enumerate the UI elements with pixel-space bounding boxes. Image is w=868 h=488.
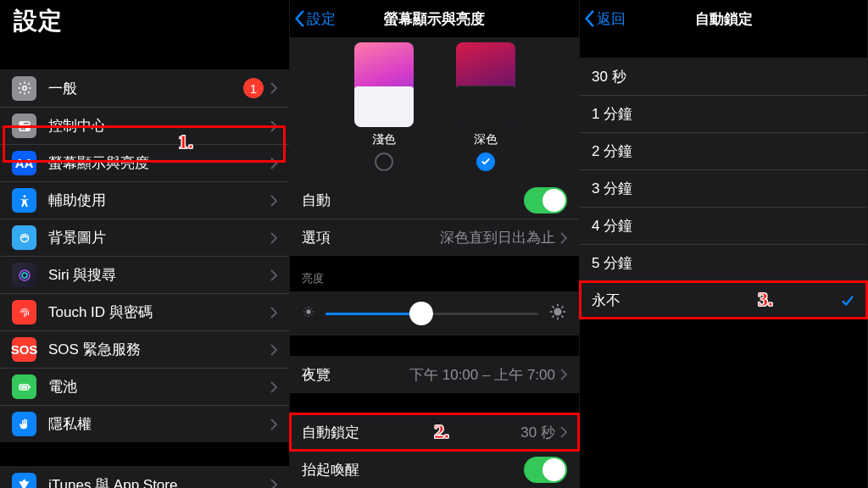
- row-general[interactable]: 一般 1: [0, 69, 289, 107]
- row-label: 背景圖片: [48, 228, 270, 247]
- svg-line-23: [311, 308, 312, 309]
- row-night-shift[interactable]: 夜覽 下午 10:00 – 上午 7:00: [290, 356, 579, 393]
- row-automatic[interactable]: 自動: [290, 181, 579, 219]
- theme-preview-dark: [456, 42, 515, 127]
- appearance-option-dark[interactable]: 深色: [456, 42, 515, 171]
- settings-group-2: iTunes 與 App Store 錢包與 Apple Pay: [0, 466, 289, 488]
- option-4min[interactable]: 4 分鐘: [580, 207, 867, 244]
- option-2min[interactable]: 2 分鐘: [580, 132, 867, 169]
- option-1min[interactable]: 1 分鐘: [580, 95, 867, 132]
- row-raise-to-wake[interactable]: 抬起喚醒: [290, 451, 579, 488]
- option-30s[interactable]: 30 秒: [580, 58, 867, 95]
- radio-unchecked-icon: [375, 152, 393, 171]
- sun-small-icon: [302, 305, 315, 322]
- svg-line-20: [305, 308, 306, 309]
- section-header-brightness: 亮度: [290, 256, 579, 291]
- brightness-slider-row: [290, 291, 579, 336]
- chevron-right-icon: [270, 82, 277, 94]
- row-control-center[interactable]: 控制中心: [0, 107, 289, 144]
- chevron-right-icon: [270, 381, 277, 393]
- row-sos[interactable]: SOS SOS 緊急服務: [0, 330, 289, 368]
- svg-line-22: [305, 314, 306, 315]
- gear-icon: [12, 76, 36, 101]
- row-label: SOS 緊急服務: [48, 340, 270, 359]
- sos-icon: SOS: [12, 337, 36, 362]
- row-privacy[interactable]: 隱私權: [0, 405, 289, 442]
- row-label: 輔助使用: [48, 191, 270, 210]
- accessibility-icon: [12, 188, 36, 213]
- row-auto-lock[interactable]: 自動鎖定 30 秒: [290, 413, 579, 451]
- option-label: 4 分鐘: [592, 216, 855, 236]
- settings-group-1: 一般 1 控制中心 AA 螢幕顯示與亮度 輔助使用: [0, 69, 289, 442]
- option-never[interactable]: 永不: [580, 281, 867, 319]
- back-button[interactable]: 返回: [583, 0, 626, 37]
- header-bar: 設定 螢幕顯示與亮度: [290, 0, 579, 37]
- option-label: 永不: [592, 291, 840, 310]
- chevron-right-icon: [270, 479, 277, 488]
- page-title: 設定: [0, 0, 289, 53]
- auto-appearance-group: 自動 選項 深色直到日出為止: [290, 181, 579, 256]
- toggle-on-icon[interactable]: [524, 457, 567, 483]
- row-battery[interactable]: 電池: [0, 368, 289, 405]
- option-label: 1 分鐘: [592, 104, 855, 124]
- brightness-slider[interactable]: [326, 302, 538, 325]
- svg-point-4: [25, 128, 27, 130]
- option-label: 3 分鐘: [592, 179, 855, 198]
- back-label: 返回: [597, 9, 626, 29]
- row-touchid[interactable]: Touch ID 與密碼: [0, 293, 289, 330]
- row-siri[interactable]: Siri 與搜尋: [0, 256, 289, 293]
- svg-line-32: [562, 306, 564, 308]
- row-display-brightness[interactable]: AA 螢幕顯示與亮度: [0, 144, 289, 181]
- svg-point-3: [20, 122, 22, 124]
- auto-lock-group: 自動鎖定 30 秒 抬起喚醒: [290, 413, 579, 488]
- theme-label: 深色: [474, 132, 498, 147]
- header-title: 螢幕顯示與亮度: [384, 9, 485, 29]
- row-label: 夜覽: [302, 365, 409, 385]
- option-3min[interactable]: 3 分鐘: [580, 169, 867, 207]
- auto-lock-options: 30 秒 1 分鐘 2 分鐘 3 分鐘 4 分鐘 5 分鐘 永不: [580, 58, 867, 319]
- settings-root-panel: 設定 一般 1 控制中心 AA 螢幕顯示與亮度: [0, 0, 290, 488]
- back-button[interactable]: 設定: [293, 0, 336, 37]
- chevron-right-icon: [560, 369, 567, 380]
- switches-icon: [12, 114, 36, 138]
- svg-point-7: [19, 270, 30, 280]
- notification-badge: 1: [243, 78, 264, 98]
- svg-point-0: [22, 86, 26, 91]
- display-brightness-panel: 設定 螢幕顯示與亮度 淺色 深色 自動: [290, 0, 580, 488]
- row-label: 螢幕顯示與亮度: [48, 153, 270, 173]
- row-label: 自動鎖定: [302, 423, 520, 442]
- chevron-right-icon: [270, 307, 277, 319]
- checkmark-icon: [840, 293, 855, 308]
- row-label: 控制中心: [48, 116, 270, 136]
- row-options[interactable]: 選項 深色直到日出為止: [290, 219, 579, 256]
- row-value: 下午 10:00 – 上午 7:00: [409, 365, 555, 385]
- row-label: Touch ID 與密碼: [48, 302, 270, 322]
- svg-line-30: [562, 316, 564, 318]
- row-accessibility[interactable]: 輔助使用: [0, 181, 289, 219]
- chevron-right-icon: [270, 419, 277, 430]
- option-label: 2 分鐘: [592, 141, 855, 161]
- wallpaper-icon: [12, 225, 36, 250]
- row-label: 選項: [302, 228, 440, 247]
- hand-icon: [12, 412, 36, 436]
- chevron-right-icon: [270, 232, 277, 244]
- svg-line-31: [552, 316, 554, 318]
- svg-point-6: [20, 234, 28, 241]
- row-wallpaper[interactable]: 背景圖片: [0, 219, 289, 256]
- text-size-icon: AA: [12, 151, 36, 175]
- row-label: 抬起喚醒: [302, 460, 524, 480]
- svg-point-8: [22, 273, 27, 278]
- back-label: 設定: [307, 9, 336, 29]
- appearance-option-light[interactable]: 淺色: [354, 42, 414, 171]
- option-5min[interactable]: 5 分鐘: [580, 244, 867, 281]
- row-value: 深色直到日出為止: [440, 228, 555, 247]
- chevron-right-icon: [270, 158, 277, 169]
- sun-large-icon: [548, 302, 567, 324]
- svg-point-24: [554, 308, 561, 315]
- chevron-right-icon: [270, 195, 277, 207]
- toggle-on-icon[interactable]: [524, 187, 567, 214]
- chevron-right-icon: [560, 426, 567, 438]
- theme-label: 淺色: [372, 132, 396, 147]
- row-itunes[interactable]: iTunes 與 App Store: [0, 466, 289, 488]
- chevron-right-icon: [270, 120, 277, 132]
